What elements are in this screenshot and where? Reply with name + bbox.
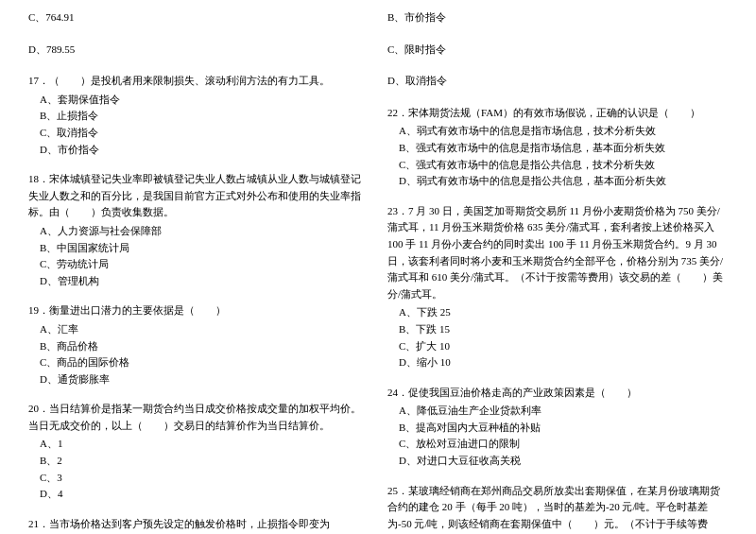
q20-option-b: B、2 (28, 453, 369, 470)
q-c-xianzhi: C、限时指令 (387, 42, 728, 60)
right-column: B、市价指令 C、限时指令 D、取消指令 22．宋体期货法规（FAM）的有效市场… (387, 9, 728, 534)
q25-title: 25．某玻璃经销商在郑州商品交易所放卖出套期保值，在某月份玻璃期货合约的建仓 2… (387, 483, 728, 534)
q19-option-c: C、商品的国际价格 (28, 354, 369, 371)
question-25: 25．某玻璃经销商在郑州商品交易所放卖出套期保值，在某月份玻璃期货合约的建仓 2… (387, 483, 728, 534)
q24-option-a: A、降低豆油生产企业贷款利率 (387, 403, 728, 420)
q19-option-b: B、商品价格 (28, 338, 369, 355)
q18-option-d: D、管理机构 (28, 273, 369, 290)
q-d-quxiao: D、取消指令 (387, 73, 728, 92)
q20-option-a: A、1 (28, 436, 369, 453)
q17-option-b: B、止损指令 (28, 108, 369, 125)
question-c764: C、764.91 (28, 9, 369, 28)
question-22: 22．宋体期货法规（FAM）的有效市场假说，正确的认识是（ ） A、弱式有效市场… (387, 105, 728, 190)
q-d-quxiao-title: D、取消指令 (387, 73, 728, 90)
q24-title: 24．促使我国豆油价格走高的产业政策因素是（ ） (387, 385, 728, 402)
q22-title: 22．宋体期货法规（FAM）的有效市场假说，正确的认识是（ ） (387, 105, 728, 122)
q18-title: 18．宋体城镇登记失业率即被镇登记失业人数占城镇从业人数与城镇登记失业人数之和的… (28, 171, 369, 221)
page-container: C、764.91 D、789.55 17．（ ）是投机者用来限制损失、滚动利润方… (28, 9, 728, 534)
q17-option-a: A、套期保值指令 (28, 92, 369, 109)
q18-option-c: C、劳动统计局 (28, 256, 369, 273)
q-b-shijiazhi: B、市价指令 (387, 9, 728, 28)
q24-option-b: B、提高对国内大豆种植的补贴 (387, 420, 728, 437)
q20-option-c: C、3 (28, 470, 369, 487)
q22-option-d: D、弱式有效市场中的信息是指公共信息，基本面分析失效 (387, 173, 728, 190)
q-d789-title: D、789.55 (28, 42, 369, 59)
question-d789: D、789.55 (28, 42, 369, 60)
q-b-shijiazhi-title: B、市价指令 (387, 9, 728, 26)
q18-option-a: A、人力资源与社会保障部 (28, 223, 369, 240)
q23-option-b: B、下跌 15 (387, 321, 728, 338)
q22-option-c: C、强式有效市场中的信息是指公共信息，技术分析失效 (387, 157, 728, 174)
q23-option-a: A、下跌 25 (387, 304, 728, 321)
q23-option-d: D、缩小 10 (387, 354, 728, 371)
q17-option-c: C、取消指令 (28, 125, 369, 142)
q24-option-d: D、对进口大豆征收高关税 (387, 453, 728, 470)
q19-option-d: D、通货膨胀率 (28, 371, 369, 388)
question-20: 20．当日结算价是指某一期货合约当日成交价格按成交量的加权平均价。当日无成交价的… (28, 401, 369, 503)
q22-option-b: B、强式有效市场中的信息是指市场信息，基本面分析失效 (387, 140, 728, 157)
q21-title: 21．当市场价格达到客户预先设定的触发价格时，止损指令即变为（ ） (28, 516, 369, 534)
q24-option-c: C、放松对豆油进口的限制 (387, 436, 728, 453)
question-23: 23．7 月 30 日，美国芝加哥期货交易所 11 月份小麦期货价格为 750 … (387, 203, 728, 371)
q20-title: 20．当日结算价是指某一期货合约当日成交价格按成交量的加权平均价。当日无成交价的… (28, 401, 369, 434)
q19-title: 19．衡量进出口潜力的主要依据是（ ） (28, 302, 369, 319)
question-17: 17．（ ）是投机者用来限制损失、滚动利润方法的有力工具。 A、套期保值指令 B… (28, 73, 369, 158)
q18-option-b: B、中国国家统计局 (28, 240, 369, 257)
main-columns: C、764.91 D、789.55 17．（ ）是投机者用来限制损失、滚动利润方… (28, 9, 728, 534)
q23-title: 23．7 月 30 日，美国芝加哥期货交易所 11 月份小麦期货价格为 750 … (387, 203, 728, 303)
q-c-xianzhi-title: C、限时指令 (387, 42, 728, 59)
q19-option-a: A、汇率 (28, 321, 369, 338)
q17-title: 17．（ ）是投机者用来限制损失、滚动利润方法的有力工具。 (28, 73, 369, 90)
q22-option-a: A、弱式有效市场中的信息是指市场信息，技术分析失效 (387, 123, 728, 140)
question-19: 19．衡量进出口潜力的主要依据是（ ） A、汇率 B、商品价格 C、商品的国际价… (28, 302, 369, 388)
q-c764-title: C、764.91 (28, 9, 369, 26)
q23-option-c: C、扩大 10 (387, 338, 728, 355)
q20-option-d: D、4 (28, 486, 369, 503)
left-column: C、764.91 D、789.55 17．（ ）是投机者用来限制损失、滚动利润方… (28, 9, 369, 534)
question-21: 21．当市场价格达到客户预先设定的触发价格时，止损指令即变为（ ） A、限价指令 (28, 516, 369, 534)
question-24: 24．促使我国豆油价格走高的产业政策因素是（ ） A、降低豆油生产企业贷款利率 … (387, 385, 728, 470)
q17-option-d: D、市价指令 (28, 142, 369, 159)
question-18: 18．宋体城镇登记失业率即被镇登记失业人数占城镇从业人数与城镇登记失业人数之和的… (28, 171, 369, 289)
